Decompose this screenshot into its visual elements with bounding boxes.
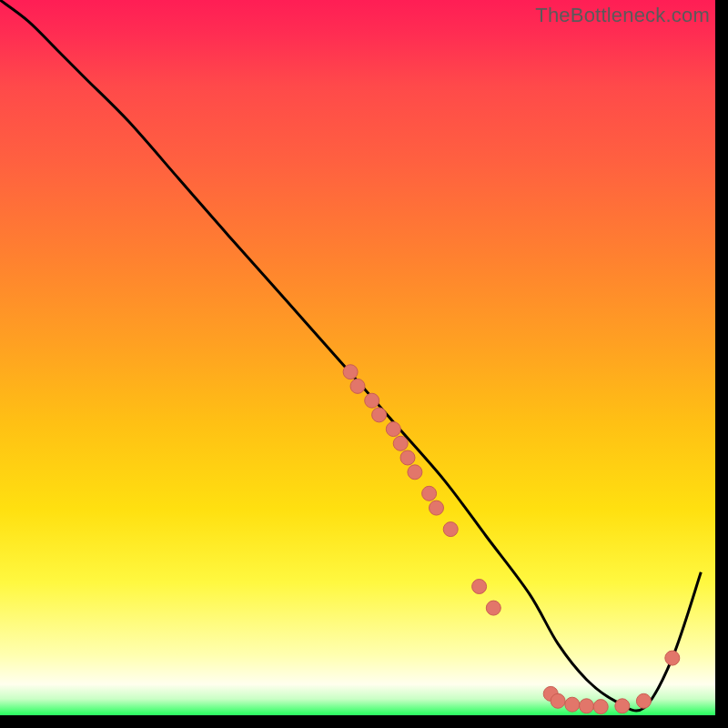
data-dot	[393, 436, 408, 450]
data-dot	[400, 450, 415, 465]
data-dot	[443, 522, 458, 537]
data-dot	[422, 486, 437, 500]
data-dot	[580, 699, 594, 713]
data-dot	[665, 651, 680, 665]
data-dots	[343, 365, 680, 714]
data-dot	[636, 693, 651, 708]
data-dot	[615, 699, 630, 713]
bottleneck-curve	[0, 0, 701, 711]
curve-plot	[0, 0, 728, 728]
data-dot	[486, 601, 500, 615]
data-dot	[343, 365, 358, 379]
chart-container: TheBottleneck.com	[0, 0, 728, 728]
data-dot	[430, 500, 444, 515]
data-dot	[408, 465, 422, 480]
data-dot	[551, 693, 565, 708]
data-dot	[565, 697, 580, 712]
data-dot	[350, 379, 365, 393]
data-dot	[365, 393, 379, 408]
data-dot	[372, 408, 387, 422]
data-dot	[472, 580, 487, 594]
data-dot	[593, 700, 608, 714]
data-dot	[386, 422, 400, 437]
